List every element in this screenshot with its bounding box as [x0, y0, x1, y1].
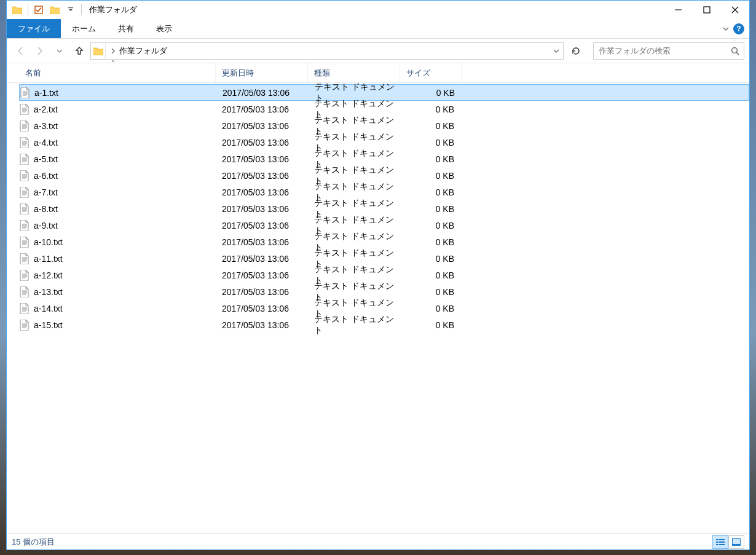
svg-rect-9 [716, 544, 718, 545]
search-box[interactable] [593, 42, 744, 60]
qat-separator-2 [81, 4, 82, 15]
tab-file[interactable]: ファイル [7, 19, 61, 38]
nav-recent-dropdown[interactable] [51, 42, 68, 60]
search-input[interactable] [594, 46, 726, 55]
file-date: 2017/05/03 13:06 [222, 254, 289, 264]
file-date: 2017/05/03 13:06 [222, 270, 289, 280]
nav-up-button[interactable] [71, 42, 88, 60]
text-file-icon [19, 220, 30, 231]
svg-rect-6 [719, 539, 725, 540]
file-size: 0 KB [436, 221, 454, 230]
help-icon[interactable]: ? [733, 23, 744, 34]
address-bar[interactable]: 作業フォルダ [90, 42, 564, 60]
address-folder-icon[interactable] [91, 43, 106, 59]
ribbon-expand-icon[interactable] [722, 25, 730, 33]
address-history-dropdown[interactable] [549, 48, 563, 54]
column-date-label: 更新日時 [222, 68, 254, 79]
svg-rect-5 [716, 539, 718, 540]
file-size-cell: 0 KB [400, 234, 462, 250]
titlebar: 作業フォルダ [7, 1, 749, 19]
properties-icon[interactable] [32, 3, 45, 17]
file-name-cell: a-2.txt [19, 101, 216, 117]
column-name-label: 名前 [25, 68, 41, 79]
file-name: a-2.txt [34, 104, 58, 114]
ribbon-tabs: ファイル ホーム 共有 表示 ? [7, 19, 749, 39]
file-date: 2017/05/03 13:06 [222, 187, 289, 197]
file-size: 0 KB [436, 287, 454, 297]
file-name-cell: a-10.txt [19, 234, 216, 250]
minimize-button[interactable] [664, 1, 693, 19]
close-button[interactable] [721, 1, 749, 19]
file-size-cell: 0 KB [400, 217, 462, 234]
file-name: a-7.txt [34, 187, 58, 197]
file-name-cell: a-3.txt [19, 117, 216, 134]
text-file-icon [19, 170, 30, 181]
file-name-cell: a-8.txt [19, 200, 216, 217]
refresh-button[interactable] [567, 42, 585, 60]
file-size: 0 KB [436, 154, 454, 164]
breadcrumb-segment-0[interactable]: 作業フォルダ [106, 45, 172, 57]
column-type-label: 種類 [314, 68, 330, 79]
file-date-cell: 2017/05/03 13:06 [216, 300, 308, 317]
file-type: テキスト ドキュメント [314, 314, 400, 336]
view-details-button[interactable] [712, 535, 728, 549]
file-name: a-9.txt [34, 221, 58, 230]
file-date-cell: 2017/05/03 13:06 [216, 317, 308, 333]
file-date: 2017/05/03 13:06 [222, 221, 289, 230]
file-date: 2017/05/03 13:06 [222, 154, 289, 164]
file-name-cell: a-5.txt [19, 151, 216, 167]
nav-forward-button[interactable] [31, 42, 49, 60]
file-name: a-6.txt [34, 171, 58, 181]
file-name: a-5.txt [34, 154, 58, 164]
file-size-cell: 0 KB [400, 151, 462, 167]
file-size-cell: 0 KB [400, 267, 462, 283]
column-size[interactable]: サイズ [400, 63, 462, 82]
text-file-icon [19, 253, 30, 264]
svg-point-4 [732, 47, 738, 53]
column-date[interactable]: 更新日時 [216, 63, 308, 82]
file-row[interactable]: a-15.txt2017/05/03 13:06テキスト ドキュメント0 KB [19, 317, 749, 333]
file-size: 0 KB [436, 270, 454, 280]
file-date: 2017/05/03 13:06 [222, 204, 289, 214]
file-name-cell: a-1.txt [20, 85, 216, 100]
search-icon[interactable] [726, 47, 744, 55]
file-date-cell: 2017/05/03 13:06 [216, 151, 308, 167]
maximize-button[interactable] [693, 1, 721, 19]
file-list[interactable]: a-1.txt2017/05/03 13:06テキスト ドキュメント0 KBa-… [7, 83, 749, 533]
file-date: 2017/05/03 13:06 [222, 320, 289, 330]
column-name[interactable]: 名前 ˄ [19, 63, 216, 82]
file-size-cell: 0 KB [401, 85, 462, 100]
svg-rect-7 [716, 541, 718, 543]
file-name-cell: a-15.txt [19, 317, 216, 333]
file-date-cell: 2017/05/03 13:06 [216, 101, 308, 117]
file-date: 2017/05/03 13:06 [222, 171, 289, 181]
svg-rect-2 [675, 9, 682, 10]
text-file-icon [19, 303, 30, 314]
file-name-cell: a-7.txt [19, 184, 216, 200]
file-name: a-12.txt [34, 270, 63, 280]
file-date: 2017/05/03 13:06 [222, 121, 289, 131]
file-size-cell: 0 KB [400, 200, 462, 217]
view-thumbnails-button[interactable] [728, 535, 744, 549]
new-folder-icon[interactable] [48, 3, 61, 17]
tab-share[interactable]: 共有 [107, 19, 145, 38]
file-size-cell: 0 KB [400, 184, 462, 200]
tab-view[interactable]: 表示 [145, 19, 183, 38]
file-name-cell: a-14.txt [19, 300, 216, 317]
breadcrumb-separator-icon [111, 48, 116, 54]
qat-separator [28, 4, 28, 15]
file-size: 0 KB [436, 88, 455, 98]
nav-back-button[interactable] [12, 42, 29, 60]
file-date: 2017/05/03 13:06 [222, 304, 289, 313]
text-file-icon [19, 154, 30, 165]
qat-dropdown-icon[interactable] [64, 3, 77, 17]
file-name: a-10.txt [34, 237, 63, 247]
file-name: a-15.txt [34, 320, 63, 330]
file-size-cell: 0 KB [400, 101, 462, 117]
file-date-cell: 2017/05/03 13:06 [216, 217, 308, 234]
tab-home[interactable]: ホーム [61, 19, 107, 38]
file-size-cell: 0 KB [400, 117, 462, 134]
column-type[interactable]: 種類 [308, 63, 400, 82]
file-size: 0 KB [436, 171, 454, 181]
text-file-icon [19, 187, 30, 198]
